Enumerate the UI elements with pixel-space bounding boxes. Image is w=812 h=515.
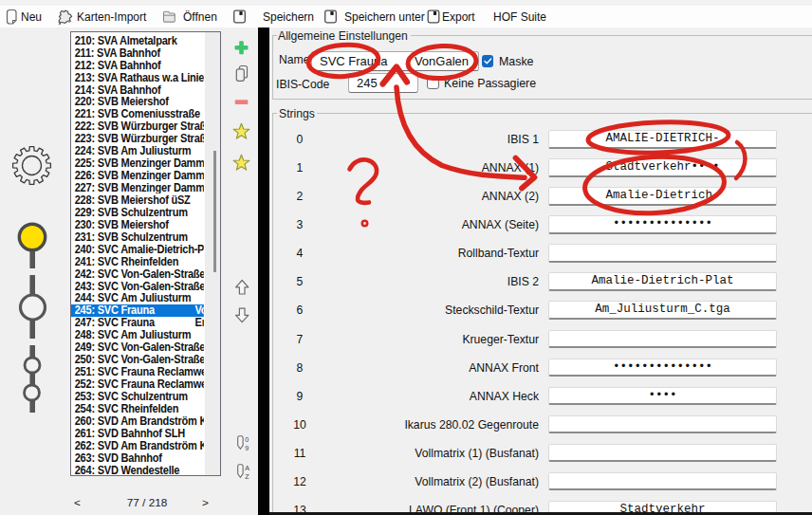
svg-text:9: 9 <box>245 444 249 452</box>
svg-text:Z: Z <box>245 472 249 481</box>
